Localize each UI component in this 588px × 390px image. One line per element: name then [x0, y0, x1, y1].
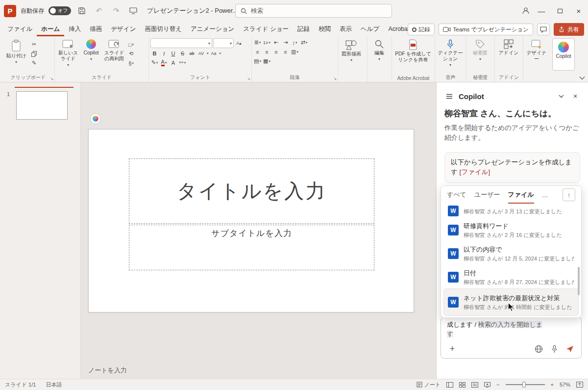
decrease-indent-icon[interactable]: ⇤ [272, 38, 280, 47]
tab-slideshow[interactable]: スライド ショー [239, 22, 293, 36]
file-item[interactable]: W 柳谷智宣 さんが 3 月 13 に変更しました [444, 204, 578, 218]
line-spacing-icon[interactable]: ↕▾ [291, 38, 299, 47]
web-globe-icon[interactable] [533, 343, 544, 354]
zoom-percent[interactable]: 57% [560, 382, 570, 388]
reading-view-button[interactable] [471, 382, 478, 388]
dictation-button[interactable]: ディクテーション ▾ [437, 38, 464, 74]
italic-button[interactable]: I [160, 49, 168, 57]
close-panel-icon[interactable]: × [570, 91, 580, 101]
format-painter-icon[interactable]: ✎ [30, 59, 38, 67]
change-case-icon[interactable]: Aa [210, 49, 218, 57]
close-button[interactable]: × [569, 0, 588, 22]
file-item[interactable]: W 以下の内容で 柳谷智宣 さんが 12 月 5, 2024 に変更しました [444, 242, 578, 265]
tab-file[interactable]: ファイル [3, 22, 37, 36]
picker-tab-all[interactable]: すべて [447, 186, 466, 204]
new-slide-button[interactable]: 新しいスライド ▾ [56, 38, 80, 74]
hamburger-menu-icon[interactable] [444, 91, 454, 101]
align-text-icon[interactable]: ▤▾ [253, 57, 262, 65]
columns-icon[interactable]: ▥▾ [291, 48, 299, 56]
minimize-button[interactable]: — [532, 0, 551, 22]
teams-present-button[interactable]: Teams でプレゼンテーション [439, 24, 534, 35]
collapse-panel-icon[interactable] [556, 91, 566, 101]
underline-button[interactable]: U [169, 49, 177, 57]
create-pdf-button[interactable]: PDF を作成してリンクを共有 [393, 38, 433, 74]
slide-layout-icon[interactable]: □▾ [127, 40, 135, 49]
font-size-select[interactable]: ▾ [213, 38, 234, 48]
notes-toggle[interactable]: ノート [416, 381, 441, 389]
maximize-button[interactable] [551, 0, 569, 22]
justify-icon[interactable]: ≡ [281, 48, 290, 56]
copilot-input-box[interactable]: 成します / 検索の入力を開始しま す + [441, 316, 582, 359]
tab-design[interactable]: デザイン [106, 22, 140, 36]
slide-thumbnail[interactable] [16, 91, 68, 120]
share-button[interactable]: 共有 [554, 23, 584, 36]
file-item[interactable]: W 研修資料ワード 柳谷智宣 さんが 2 月 16 に変更しました [444, 218, 578, 242]
tab-record[interactable]: 記録 [293, 22, 314, 36]
convert-smartart-icon[interactable]: ▦▾ [263, 57, 271, 65]
normal-view-button[interactable] [446, 382, 453, 388]
font-name-select[interactable]: ▾ [150, 38, 212, 48]
text-highlight-icon[interactable]: ✎▾ [150, 58, 159, 67]
align-right-icon[interactable]: ≡ [272, 48, 280, 56]
fit-slide-button[interactable] [576, 382, 583, 388]
tab-animations[interactable]: アニメーション [186, 22, 239, 36]
subtitle-placeholder[interactable]: サブタイトルを入力 [129, 225, 374, 270]
designer-button[interactable]: デザイナー [525, 38, 548, 74]
reuse-slides-button[interactable]: スライドの再利用 [102, 38, 126, 74]
tab-review[interactable]: 校閲 [314, 22, 335, 36]
align-left-icon[interactable]: ≡ [253, 48, 262, 56]
copilot-ribbon-small-button[interactable]: Copilot ▾ [81, 38, 101, 74]
record-button[interactable]: 記録 [408, 24, 435, 35]
file-item[interactable]: W ネット詐欺被害の最新状況と対策 柳谷智宣 さんが 約 1 時間前 に変更しま… [444, 289, 578, 315]
text-direction-icon[interactable]: ⇄▾ [300, 38, 308, 47]
tab-insert[interactable]: 挿入 [64, 22, 85, 36]
zoom-in-button[interactable]: + [551, 382, 554, 388]
tab-draw[interactable]: 描画 [85, 22, 106, 36]
redo-icon[interactable]: ↷ [110, 4, 122, 17]
strikethrough-button[interactable]: S [178, 49, 187, 57]
customize-quick-access-icon[interactable] [127, 4, 140, 17]
picker-tab-users[interactable]: ユーザー [474, 186, 500, 204]
scrollbar-thumb[interactable] [578, 267, 580, 295]
slideshow-view-button[interactable] [484, 382, 490, 388]
clipboard-dialog-launcher-icon[interactable]: ↘ [50, 77, 53, 81]
file-item[interactable]: W 日付 柳谷智宣 さんが 8 月 27, 2024 に変更しました [444, 265, 578, 289]
section-icon[interactable]: §▾ [127, 59, 135, 67]
paste-button[interactable]: 貼り付け ▾ [3, 38, 29, 74]
collapse-picker-icon[interactable]: ↑ [563, 188, 575, 201]
paragraph-dialog-launcher-icon[interactable]: ↘ [333, 77, 337, 81]
addins-button[interactable]: アドイン [496, 38, 521, 74]
autosave-toggle[interactable]: オフ [49, 6, 71, 15]
numbering-icon[interactable]: 1≡▾ [263, 38, 271, 47]
bullets-icon[interactable]: ≣▾ [253, 38, 262, 47]
text-shadow-icon[interactable]: A [169, 58, 177, 67]
font-dialog-launcher-icon[interactable]: ↘ [247, 77, 250, 81]
save-icon[interactable] [75, 4, 88, 17]
tab-transitions[interactable]: 画面切り替え [140, 22, 186, 36]
clear-format-icon[interactable]: ab [188, 49, 196, 57]
picker-tab-files[interactable]: ファイル [508, 186, 534, 204]
notes-placeholder[interactable]: ノートを入力 [88, 366, 127, 375]
zoom-slider-thumb[interactable] [522, 382, 526, 388]
search-box[interactable]: 検索 [235, 4, 392, 18]
increase-indent-icon[interactable]: ⇥ [281, 38, 290, 47]
collapse-ribbon-icon[interactable] [579, 76, 585, 80]
powerpoint-logo-icon[interactable]: P [4, 5, 16, 17]
tab-help[interactable]: ヘルプ [356, 22, 384, 36]
editing-button[interactable]: 編集 ▾ [369, 38, 390, 74]
title-placeholder[interactable]: タイトルを入力 [129, 158, 374, 224]
zoom-out-button[interactable]: − [496, 382, 499, 388]
attach-plus-icon[interactable]: + [447, 343, 458, 354]
align-center-icon[interactable]: ≡ [263, 48, 271, 56]
zoom-slider[interactable] [506, 384, 545, 385]
tab-home[interactable]: ホーム [37, 22, 64, 36]
picker-more-icon[interactable]: … [542, 186, 548, 204]
account-icon[interactable] [519, 4, 532, 17]
cut-icon[interactable]: ✂ [30, 40, 38, 49]
reset-slide-icon[interactable]: ⟲ [127, 50, 135, 58]
slide-sorter-view-button[interactable] [459, 382, 466, 388]
grow-font-icon[interactable]: A▴ [235, 39, 243, 48]
text-effects-icon[interactable]: ✏▾ [178, 58, 187, 67]
sensitivity-button[interactable]: 秘密度 ▾ [468, 38, 492, 74]
language-indicator[interactable]: 日本語 [46, 381, 62, 389]
